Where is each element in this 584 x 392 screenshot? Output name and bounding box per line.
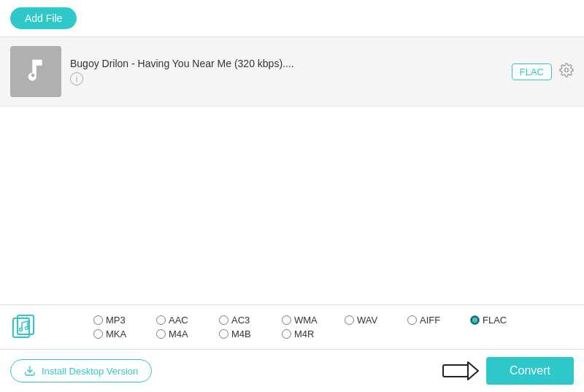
format-label-ac3: AC3 [231,315,250,326]
format-radio-aiff[interactable] [407,315,417,325]
convert-area: Convert [442,357,574,385]
format-radio-wma[interactable] [282,315,291,325]
format-option-m4a[interactable]: M4A [156,328,215,339]
file-list: Bugoy Drilon - Having You Near Me (320 k… [0,37,584,304]
format-option-mp3[interactable]: MP3 [93,315,152,326]
format-row-1: MP3AACAC3WMAWAVAIFFFLAC [93,315,529,326]
format-radio-m4r[interactable] [282,329,291,339]
format-row-2: MKAM4AM4BM4R [93,328,529,339]
format-option-aac[interactable]: AAC [156,315,215,326]
settings-icon[interactable] [559,63,574,81]
format-label-aiff: AIFF [420,315,440,326]
format-radio-m4a[interactable] [156,329,166,339]
file-actions: FLAC [512,63,574,81]
format-label-m4a: M4A [169,328,188,339]
file-thumbnail [10,46,61,97]
format-radio-aac[interactable] [156,315,166,325]
file-item: Bugoy Drilon - Having You Near Me (320 k… [0,37,584,107]
format-radio-wav[interactable] [345,315,354,325]
format-radio-m4b[interactable] [219,329,228,339]
file-info: Bugoy Drilon - Having You Near Me (320 k… [70,58,503,85]
format-label-flac: FLAC [483,315,507,326]
format-radio-ac3[interactable] [219,315,228,325]
format-option-aiff[interactable]: AIFF [407,315,466,326]
download-icon [24,365,36,377]
format-label-mp3: MP3 [106,315,126,326]
format-option-m4r[interactable]: M4R [282,328,340,339]
add-file-button[interactable]: Add File [10,7,77,29]
svg-rect-6 [443,365,468,377]
format-option-mka[interactable]: MKA [93,328,152,339]
format-radio-mp3[interactable] [93,315,103,325]
info-icon[interactable]: i [70,72,83,85]
format-option-m4b[interactable]: M4B [219,328,277,339]
format-selector: MP3AACAC3WMAWAVAIFFFLAC MKAM4AM4BM4R [0,304,584,349]
svg-point-0 [565,68,569,72]
svg-point-3 [20,328,23,331]
format-option-flac[interactable]: FLAC [470,315,529,326]
format-label-wma: WMA [294,315,318,326]
file-name: Bugoy Drilon - Having You Near Me (320 k… [70,58,503,69]
format-selector-inner: MP3AACAC3WMAWAVAIFFFLAC MKAM4AM4BM4R [10,312,574,342]
format-label-mka: MKA [106,328,126,339]
format-label-m4b: M4B [231,328,251,339]
format-radio-mka[interactable] [93,329,103,339]
format-option-wav[interactable]: WAV [345,315,403,326]
toolbar: Add File [0,0,584,37]
format-label-m4r: M4R [294,328,314,339]
convert-button[interactable]: Convert [486,357,574,385]
arrow-right-icon [442,359,479,383]
format-label-wav: WAV [357,315,377,326]
bottom-bar: Install Desktop Version Convert [0,349,584,392]
music-note-icon [22,56,50,87]
format-rows: MP3AACAC3WMAWAVAIFFFLAC MKAM4AM4BM4R [50,315,529,339]
svg-point-4 [26,327,28,330]
format-radio-flac[interactable] [470,315,480,325]
install-label: Install Desktop Version [42,366,138,377]
format-option-ac3[interactable]: AC3 [219,315,277,326]
format-badge-button[interactable]: FLAC [512,64,552,80]
format-option-wma[interactable]: WMA [282,315,340,326]
format-label-aac: AAC [169,315,188,326]
music-format-icon [10,312,39,342]
svg-marker-7 [468,362,478,380]
install-desktop-button[interactable]: Install Desktop Version [10,359,152,383]
